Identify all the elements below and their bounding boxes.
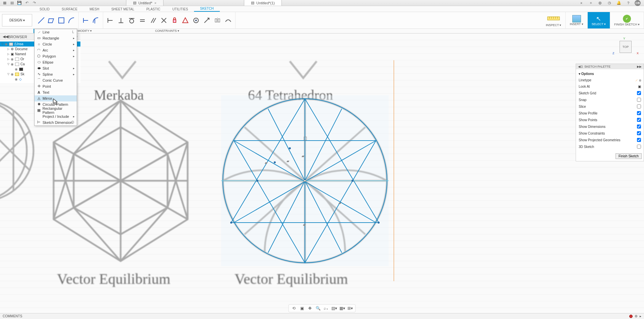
lookat-nav-icon[interactable]: ▣ [299,305,305,311]
redo-icon[interactable]: ↷ [31,0,37,6]
menu-circle[interactable]: ○Circle▸ [35,41,77,47]
pan-icon[interactable]: ✥ [307,305,313,311]
linetype-construction-icon[interactable]: ⟋ [635,78,638,82]
equal-icon[interactable] [137,14,147,26]
grid-settings-icon[interactable]: ▦▾ [339,305,345,311]
display-settings-icon[interactable]: ▤▾ [331,305,337,311]
line-tool-icon[interactable] [36,14,46,26]
menu-line[interactable]: ⟋LineL [35,29,77,35]
opt-snap[interactable]: Snap [579,96,641,103]
opt-showprofile[interactable]: Show Profile [579,110,641,116]
opt-3dsketch[interactable]: 3D Sketch [579,143,641,150]
concentric-icon[interactable] [191,14,201,26]
extensions-icon[interactable]: ◍ [597,0,603,6]
showdim-checkbox[interactable] [637,125,641,129]
snap-checkbox[interactable] [637,98,641,102]
view-cube[interactable]: Y TOP X Z [614,37,637,57]
menu-slot[interactable]: ⬬Slot▸ [35,65,77,71]
palette-header[interactable]: ◀⊡ SKETCH PALETTE ▶▶ [576,64,644,69]
tab-solid[interactable]: SOLID [34,7,56,12]
doc-tab-2[interactable]: ▧ Untitled*(1) [244,0,282,6]
insert-panel[interactable]: INSERT ▾ [566,12,587,28]
showcon-checkbox[interactable] [637,131,641,135]
timeline-settings-icon[interactable]: ⚙ [635,314,638,318]
menu-rectangular-pattern[interactable]: ▦Rectangular Pattern [35,107,77,113]
menu-polygon[interactable]: ⬡Polygon▸ [35,53,77,59]
linetype-center-icon[interactable]: ⊡ [639,78,641,82]
record-icon[interactable] [629,315,633,318]
jobs-icon[interactable]: ◷ [606,0,613,6]
opt-showproj[interactable]: Show Projected Geometries [579,137,641,143]
close-secondary-icon[interactable]: × [578,0,584,6]
menu-spline[interactable]: ∿Spline▸ [35,71,77,77]
menu-sketch-dimension[interactable]: ⊢Sketch DimensionD [35,119,77,126]
slice-checkbox[interactable] [637,104,641,108]
notifications-icon[interactable]: 🔔 [616,0,622,6]
help-icon[interactable]: ? [625,0,631,6]
menu-rectangle[interactable]: ▭Rectangle▸ [35,35,77,41]
tangent-icon[interactable] [127,14,137,26]
viewport-icon[interactable]: ⊞▾ [347,305,353,311]
app-menu-icon[interactable]: ▦ [2,0,7,6]
menu-ellipse[interactable]: ⬭Ellipse [35,59,77,65]
horizontal-icon[interactable] [116,14,126,26]
dimension-icon[interactable] [105,14,115,26]
opt-showcon[interactable]: Show Constraints [579,130,641,137]
new-tab-icon[interactable]: ＋ [588,0,594,6]
comments-label[interactable]: COMMENTS [3,314,22,318]
tetrahedron-sketch[interactable]: ▰ ▰ ▰ ▰ ▰ [221,95,389,266]
rectangle-tool-icon[interactable] [46,14,56,26]
select-panel[interactable]: ↖ SELECT ▾ [588,12,610,28]
sketchgrid-checkbox[interactable] [637,91,641,95]
menu-point[interactable]: ✛Point [35,83,77,89]
opt-showdim[interactable]: Show Dimensions [579,123,641,130]
showpoints-checkbox[interactable] [637,118,641,122]
comments-bar[interactable]: COMMENTS ⚙ ▸ [0,313,644,319]
midpoint-icon[interactable] [180,14,190,26]
trim-icon[interactable] [91,14,101,26]
symmetry-icon[interactable] [212,14,222,26]
zoom-icon[interactable]: 🔍 [315,305,321,311]
opt-lookat[interactable]: Look At▣ [579,83,641,90]
doc-tab-1[interactable]: ▧ Untitled* × [126,0,164,6]
menu-mirror[interactable]: ◬Mirror [35,95,77,101]
close-icon[interactable]: × [154,1,156,5]
perpendicular-icon[interactable] [159,14,169,26]
save-icon[interactable]: 💾 [17,0,22,6]
finish-sketch-panel[interactable]: ✔ FINISH SKETCH ▾ [610,12,644,28]
menu-text[interactable]: AText [35,89,77,95]
opt-linetype[interactable]: Linetype ⟋ ⊡ [579,77,641,83]
opt-sketchgrid[interactable]: Sketch Grid [579,90,641,96]
menu-project-include[interactable]: Project / Include▸ [35,113,77,119]
curvature-icon[interactable] [223,14,233,26]
undo-icon[interactable]: ↶ [24,0,29,6]
showprofile-checkbox[interactable] [637,111,641,115]
zoom-window-icon[interactable]: ⌕▾ [323,305,329,311]
finish-sketch-button[interactable]: Finish Sketch [616,153,642,159]
lookat-icon[interactable]: ▣ [638,85,641,88]
tab-mesh[interactable]: MESH [83,7,105,12]
options-label[interactable]: Options [581,72,594,76]
showproj-checkbox[interactable] [637,138,641,142]
fillet-icon[interactable] [81,14,91,26]
inspect-panel[interactable]: INSPECT ▾ [542,12,566,28]
tab-surface[interactable]: SURFACE [56,7,83,12]
viewcube-face[interactable]: TOP [620,41,632,53]
orbit-icon[interactable]: ⟲ [291,305,297,311]
tab-sheetmetal[interactable]: SHEET METAL [105,7,140,12]
fix-icon[interactable] [170,14,180,26]
opt-showpoints[interactable]: Show Points [579,116,641,123]
sketch3d-checkbox[interactable] [637,145,641,149]
menu-arc[interactable]: ◠Arc▸ [35,47,77,53]
circle-tool-icon[interactable] [56,14,66,26]
workspace-switcher[interactable]: DESIGN ▾ [2,14,32,26]
menu-conic[interactable]: ⌒Conic Curve [35,77,77,83]
timeline-expand-icon[interactable]: ▸ [640,314,641,318]
tab-utilities[interactable]: UTILITIES [166,7,194,12]
tab-sketch[interactable]: SKETCH [194,6,220,12]
user-avatar[interactable]: CB [635,0,641,6]
parallel-icon[interactable] [148,14,158,26]
arc-tool-icon[interactable] [66,14,76,26]
collinear-icon[interactable] [202,14,212,26]
file-icon[interactable]: ▤ [9,0,15,6]
